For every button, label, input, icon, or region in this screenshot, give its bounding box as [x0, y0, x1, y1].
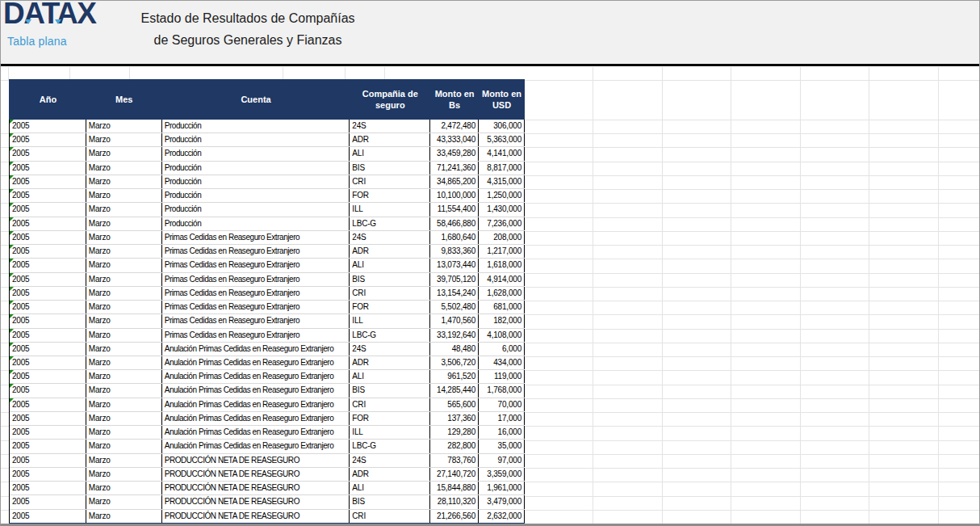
- cell-monto-usd[interactable]: 1,628,000: [479, 287, 525, 300]
- cell-ano[interactable]: 2005: [10, 147, 86, 160]
- cell-monto-bs[interactable]: 21,266,560: [430, 510, 479, 523]
- cell-ano[interactable]: 2005: [10, 231, 86, 244]
- cell-cuenta[interactable]: Producción: [162, 133, 350, 146]
- cell-ano[interactable]: 2005: [10, 398, 86, 411]
- cell-ano[interactable]: 2005: [10, 175, 86, 188]
- cell-compania[interactable]: 24S: [350, 343, 430, 356]
- cell-compania[interactable]: ILL: [350, 426, 430, 439]
- cell-cuenta[interactable]: Producción: [162, 189, 350, 202]
- cell-compania[interactable]: CRI: [350, 175, 430, 188]
- cell-mes[interactable]: Marzo: [86, 356, 162, 369]
- cell-ano[interactable]: 2005: [10, 245, 86, 258]
- cell-mes[interactable]: Marzo: [86, 370, 162, 383]
- cell-cuenta[interactable]: PRODUCCIÓN NETA DE REASEGURO: [162, 454, 350, 467]
- cell-compania[interactable]: CRI: [350, 398, 430, 411]
- cell-cuenta[interactable]: PRODUCCIÓN NETA DE REASEGURO: [162, 482, 350, 494]
- cell-monto-bs[interactable]: 565,600: [430, 398, 479, 411]
- cell-ano[interactable]: 2005: [10, 440, 86, 452]
- cell-compania[interactable]: BIS: [350, 162, 430, 175]
- cell-monto-bs[interactable]: 137,360: [430, 412, 479, 425]
- cell-cuenta[interactable]: Anulación Primas Cedidas en Reaseguro Ex…: [162, 412, 350, 425]
- cell-monto-bs[interactable]: 961,520: [430, 370, 479, 383]
- cell-monto-usd[interactable]: 16,000: [479, 426, 525, 439]
- cell-monto-usd[interactable]: 2,632,000: [479, 510, 525, 523]
- cell-ano[interactable]: 2005: [10, 343, 86, 356]
- cell-monto-usd[interactable]: 3,479,000: [479, 495, 525, 508]
- cell-compania[interactable]: FOR: [350, 412, 430, 425]
- cell-compania[interactable]: BIS: [350, 384, 430, 397]
- cell-cuenta[interactable]: PRODUCCIÓN NETA DE REASEGURO: [162, 510, 350, 523]
- cell-ano[interactable]: 2005: [10, 370, 86, 383]
- cell-compania[interactable]: 24S: [350, 120, 430, 133]
- column-header-monto-usd[interactable]: Monto en USD: [479, 79, 525, 120]
- cell-mes[interactable]: Marzo: [86, 398, 162, 411]
- cell-monto-bs[interactable]: 28,110,320: [430, 495, 479, 508]
- cell-ano[interactable]: 2005: [10, 203, 86, 216]
- cell-cuenta[interactable]: PRODUCCIÓN NETA DE REASEGURO: [162, 495, 350, 508]
- cell-compania[interactable]: ALI: [350, 370, 430, 383]
- cell-ano[interactable]: 2005: [10, 454, 86, 467]
- cell-compania[interactable]: ILL: [350, 314, 430, 327]
- cell-monto-usd[interactable]: 4,108,000: [479, 329, 525, 342]
- cell-cuenta[interactable]: Anulación Primas Cedidas en Reaseguro Ex…: [162, 343, 350, 356]
- cell-mes[interactable]: Marzo: [86, 329, 162, 342]
- cell-monto-bs[interactable]: 2,472,480: [430, 120, 479, 133]
- cell-monto-usd[interactable]: 306,000: [479, 120, 525, 133]
- cell-cuenta[interactable]: Anulación Primas Cedidas en Reaseguro Ex…: [162, 440, 350, 452]
- cell-cuenta[interactable]: Primas Cedidas en Reaseguro Extranjero: [162, 245, 350, 258]
- cell-ano[interactable]: 2005: [10, 287, 86, 300]
- cell-ano[interactable]: 2005: [10, 356, 86, 369]
- cell-compania[interactable]: ADR: [350, 356, 430, 369]
- cell-mes[interactable]: Marzo: [86, 162, 162, 175]
- cell-monto-bs[interactable]: 3,506,720: [430, 356, 479, 369]
- cell-compania[interactable]: LBC-G: [350, 440, 430, 452]
- cell-ano[interactable]: 2005: [10, 384, 86, 397]
- cell-monto-bs[interactable]: 27,140,720: [430, 468, 479, 481]
- cell-mes[interactable]: Marzo: [86, 189, 162, 202]
- cell-monto-usd[interactable]: 1,961,000: [479, 482, 525, 494]
- cell-compania[interactable]: FOR: [350, 189, 430, 202]
- cell-cuenta[interactable]: Producción: [162, 217, 350, 230]
- cell-ano[interactable]: 2005: [10, 120, 86, 133]
- cell-cuenta[interactable]: Primas Cedidas en Reaseguro Extranjero: [162, 329, 350, 342]
- cell-mes[interactable]: Marzo: [86, 510, 162, 523]
- cell-monto-usd[interactable]: 7,236,000: [479, 217, 525, 230]
- cell-monto-usd[interactable]: 1,250,000: [479, 189, 525, 202]
- cell-monto-usd[interactable]: 4,141,000: [479, 147, 525, 160]
- cell-monto-bs[interactable]: 1,680,640: [430, 231, 479, 244]
- cell-ano[interactable]: 2005: [10, 426, 86, 439]
- cell-mes[interactable]: Marzo: [86, 301, 162, 313]
- cell-monto-usd[interactable]: 1,430,000: [479, 203, 525, 216]
- cell-ano[interactable]: 2005: [10, 133, 86, 146]
- cell-mes[interactable]: Marzo: [86, 133, 162, 146]
- cell-mes[interactable]: Marzo: [86, 454, 162, 467]
- cell-mes[interactable]: Marzo: [86, 203, 162, 216]
- cell-mes[interactable]: Marzo: [86, 495, 162, 508]
- cell-cuenta[interactable]: Producción: [162, 203, 350, 216]
- cell-monto-bs[interactable]: 34,865,200: [430, 175, 479, 188]
- cell-cuenta[interactable]: Anulación Primas Cedidas en Reaseguro Ex…: [162, 384, 350, 397]
- cell-compania[interactable]: ILL: [350, 203, 430, 216]
- cell-mes[interactable]: Marzo: [86, 384, 162, 397]
- cell-ano[interactable]: 2005: [10, 314, 86, 327]
- cell-ano[interactable]: 2005: [10, 273, 86, 286]
- cell-cuenta[interactable]: Producción: [162, 162, 350, 175]
- cell-cuenta[interactable]: Anulación Primas Cedidas en Reaseguro Ex…: [162, 426, 350, 439]
- cell-compania[interactable]: FOR: [350, 301, 430, 313]
- cell-monto-bs[interactable]: 9,833,360: [430, 245, 479, 258]
- cell-monto-bs[interactable]: 13,073,440: [430, 259, 479, 271]
- cell-ano[interactable]: 2005: [10, 412, 86, 425]
- column-header-mes[interactable]: Mes: [86, 79, 162, 120]
- cell-ano[interactable]: 2005: [10, 329, 86, 342]
- cell-ano[interactable]: 2005: [10, 468, 86, 481]
- cell-monto-bs[interactable]: 13,154,240: [430, 287, 479, 300]
- cell-monto-bs[interactable]: 33,459,280: [430, 147, 479, 160]
- cell-monto-usd[interactable]: 4,315,000: [479, 175, 525, 188]
- cell-cuenta[interactable]: Primas Cedidas en Reaseguro Extranjero: [162, 231, 350, 244]
- cell-monto-usd[interactable]: 17,000: [479, 412, 525, 425]
- cell-monto-bs[interactable]: 10,100,000: [430, 189, 479, 202]
- cell-cuenta[interactable]: Producción: [162, 120, 350, 133]
- cell-monto-bs[interactable]: 11,554,400: [430, 203, 479, 216]
- cell-mes[interactable]: Marzo: [86, 440, 162, 452]
- cell-ano[interactable]: 2005: [10, 482, 86, 494]
